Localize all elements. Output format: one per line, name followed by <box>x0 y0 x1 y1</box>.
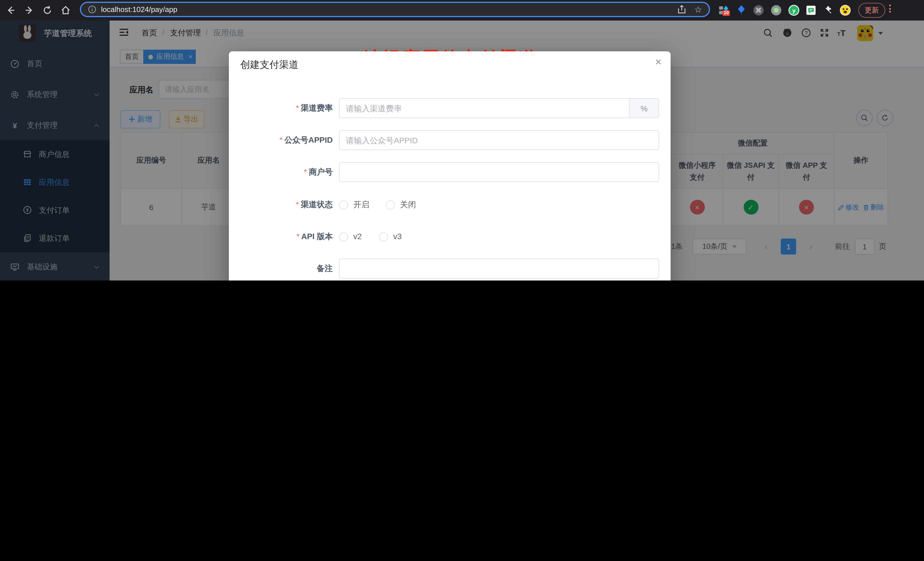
screen: localhost:1024/pay/app ☆ 10 ⌘ y 更新 <box>0 0 924 280</box>
dialog-title: 创建支付渠道 <box>240 58 298 71</box>
browser-toolbar: localhost:1024/pay/app ☆ 10 ⌘ y 更新 <box>0 0 924 21</box>
url-bar[interactable]: localhost:1024/pay/app ☆ <box>80 2 710 17</box>
required-mark: * <box>280 135 283 144</box>
reload-icon[interactable] <box>42 5 52 15</box>
required-mark: * <box>297 232 300 241</box>
radio-api-v3[interactable] <box>379 232 388 242</box>
url-text[interactable]: localhost:1024/pay/app <box>101 5 177 14</box>
required-mark: * <box>296 103 299 112</box>
radio-label-open[interactable]: 开启 <box>353 195 369 214</box>
bookmark-star-icon[interactable]: ☆ <box>694 5 702 14</box>
extension-badge: 10 <box>723 10 730 16</box>
form-row-status: *渠道状态 开启 关闭 <box>229 195 670 214</box>
form-row-rate: *渠道费率 % <box>229 98 670 118</box>
extension-chat-icon[interactable] <box>805 4 817 16</box>
app-viewport: 芋道管理系统 首页 系统管理 ¥ 支付管理 <box>0 21 924 280</box>
home-icon[interactable] <box>60 5 71 15</box>
radio-label-v3[interactable]: v3 <box>393 226 402 246</box>
share-icon[interactable] <box>676 4 686 14</box>
extension-monkey-icon[interactable]: 10 <box>718 4 729 16</box>
extensions-puzzle-icon[interactable] <box>822 4 834 16</box>
field-label: *API 版本 <box>229 226 333 246</box>
svg-text:⌘: ⌘ <box>755 7 762 14</box>
official-account-appid-input[interactable] <box>339 130 659 150</box>
form-row-appid: *公众号APPID <box>229 130 670 150</box>
radio-status-closed[interactable] <box>386 200 395 210</box>
update-label: 更新 <box>865 5 879 15</box>
form-row-remark: 备注 <box>229 258 670 279</box>
site-info-icon[interactable] <box>88 5 96 14</box>
field-label: *渠道状态 <box>229 195 333 214</box>
required-mark: * <box>304 167 307 176</box>
back-icon[interactable] <box>6 5 16 15</box>
remark-input[interactable] <box>339 258 659 279</box>
form-row-api-version: *API 版本 v2 v3 <box>229 226 670 246</box>
radio-status-open[interactable] <box>339 200 348 210</box>
forward-icon[interactable] <box>24 5 34 15</box>
channel-rate-input[interactable] <box>339 98 630 118</box>
browser-update-button[interactable]: 更新 <box>858 3 885 18</box>
extension-dot-icon[interactable] <box>771 4 782 16</box>
browser-menu-icon[interactable] <box>889 4 891 12</box>
extension-command-icon[interactable]: ⌘ <box>753 4 764 16</box>
profile-emoji-icon[interactable] <box>840 4 851 16</box>
create-pay-channel-dialog: 创建支付渠道 × *渠道费率 % *公众号APPID *商户号 *渠道状态 开启 <box>229 51 670 280</box>
radio-label-v2[interactable]: v2 <box>353 226 362 246</box>
field-label: 备注 <box>229 258 333 279</box>
radio-api-v2[interactable] <box>339 232 348 242</box>
extension-balloon-icon[interactable] <box>736 4 747 16</box>
field-label: *公众号APPID <box>229 130 333 150</box>
field-label: *渠道费率 <box>229 98 333 118</box>
required-mark: * <box>296 200 299 209</box>
radio-label-closed[interactable]: 关闭 <box>400 195 416 214</box>
form-row-merchant: *商户号 <box>229 162 670 182</box>
svg-text:y: y <box>792 8 796 14</box>
dialog-close-icon[interactable]: × <box>655 56 662 69</box>
extension-y-icon[interactable]: y <box>788 4 800 16</box>
merchant-id-input[interactable] <box>339 162 659 182</box>
field-label: *商户号 <box>229 162 333 182</box>
percent-suffix: % <box>630 98 659 118</box>
